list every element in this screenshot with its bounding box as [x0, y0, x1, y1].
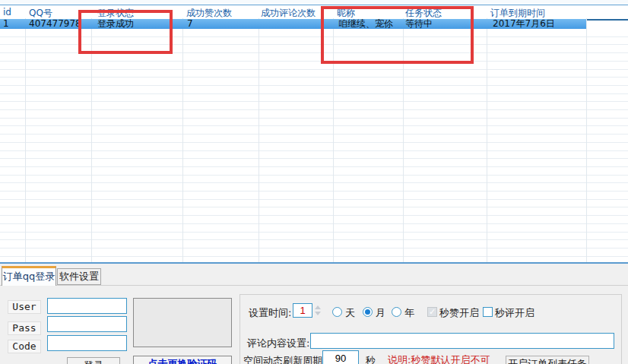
user-label: User: [8, 300, 41, 314]
start-order-task-button[interactable]: 开启订单列表任务: [506, 356, 589, 364]
cell-id: 1: [3, 19, 9, 29]
grid-vline: [182, 18, 183, 262]
grid-vline: [25, 18, 26, 262]
tab-software-settings[interactable]: 软件设置: [57, 268, 101, 285]
change-captcha-button[interactable]: 点击更换验证码: [133, 356, 232, 364]
checkbox-instant-like[interactable]: ✓: [427, 307, 437, 317]
pass-label: Pass: [8, 321, 41, 335]
refresh-period-input[interactable]: [322, 350, 359, 364]
app-window: id QQ号 登录状态 成功赞次数 成功评论次数 昵称 任务状态 订单到期时间 …: [0, 0, 628, 364]
grid-vline: [258, 18, 259, 262]
col-header-like-count[interactable]: 成功赞次数: [186, 7, 232, 20]
user-input[interactable]: [47, 298, 127, 314]
note-text: 说明:秒赞默认开启不可: [388, 353, 490, 364]
radio-day-label[interactable]: 天: [345, 306, 355, 320]
grid-vline: [487, 18, 487, 262]
radio-month[interactable]: [363, 307, 373, 317]
checkbox-instant-like-label[interactable]: 秒赞开启: [439, 306, 479, 320]
checkbox-instant-comment[interactable]: [483, 307, 493, 317]
comment-content-input[interactable]: [310, 333, 614, 349]
col-header-comment-count[interactable]: 成功评论次数: [261, 7, 316, 20]
cell-expire-date: 2017年7月6日: [493, 19, 555, 29]
code-input[interactable]: [47, 335, 127, 351]
code-label: Code: [8, 340, 41, 353]
comment-content-label: 评论内容设置:: [247, 337, 309, 350]
table-body-grid[interactable]: [0, 29, 628, 262]
refresh-unit-label: 秒: [366, 354, 376, 364]
radio-year[interactable]: [392, 307, 401, 317]
captcha-image[interactable]: [133, 298, 232, 347]
refresh-period-label: 空间动态刷新周期: [243, 354, 322, 364]
pass-input[interactable]: [47, 316, 127, 332]
radio-month-label[interactable]: 月: [376, 306, 385, 320]
checkbox-instant-comment-label[interactable]: 秒评开启: [495, 306, 534, 320]
grid-vline: [586, 18, 587, 262]
radio-year-label[interactable]: 年: [404, 306, 414, 320]
login-button[interactable]: 登录: [67, 357, 120, 364]
cell-like-count: 7: [187, 19, 193, 29]
spinner-arrows-icon[interactable]: [314, 304, 322, 317]
panel-top-border: [0, 285, 628, 286]
cell-qq: 407477978: [29, 19, 81, 29]
annotation-box-nickname-task: [321, 6, 474, 64]
col-header-id[interactable]: id: [3, 7, 11, 17]
radio-day[interactable]: [332, 307, 342, 317]
tab-order-qq-login[interactable]: 订单qq登录: [2, 266, 56, 286]
grid-vline: [91, 18, 92, 262]
time-setting-label: 设置时间:: [249, 306, 291, 320]
time-value-input[interactable]: [293, 303, 312, 318]
annotation-box-login-status: [78, 10, 173, 54]
